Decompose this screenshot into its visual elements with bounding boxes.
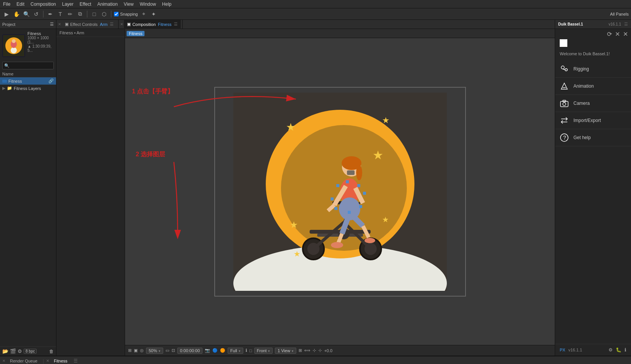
svg-point-63 bbox=[563, 103, 566, 106]
main-layout: Project ☰ Fitness 1000 × 1000 (1... ▲ 1:… bbox=[0, 20, 631, 356]
duik-version: v16.1.1 bbox=[609, 22, 621, 26]
comp-camera-icon[interactable]: 📷 bbox=[205, 348, 210, 353]
tool-propsnap[interactable]: ✦ bbox=[149, 10, 158, 18]
project-bottom-toolbar: 📂 🎬 ⚙ 8 bpc 🗑 bbox=[0, 346, 56, 356]
menu-bar: File Edit Composition Layer Effect Anima… bbox=[0, 0, 631, 8]
menu-layer[interactable]: Layer bbox=[62, 2, 74, 7]
tab-effect-controls[interactable]: ▣ Effect Controls Arm ☰ bbox=[62, 20, 117, 29]
effect-controls-close[interactable]: ✕ bbox=[58, 22, 61, 26]
timeline-menu[interactable]: ☰ bbox=[74, 358, 78, 364]
duik-item-importexport[interactable]: Import/Export bbox=[555, 112, 631, 129]
tool-pen[interactable]: ✒ bbox=[46, 10, 55, 18]
project-settings-icon[interactable]: ⚙ bbox=[18, 348, 22, 354]
comp-grid2-icon[interactable]: ⊹ bbox=[318, 348, 322, 353]
duik-icon-3[interactable]: ✕ bbox=[623, 30, 628, 38]
comp-arrows[interactable]: ⟺ bbox=[304, 348, 310, 353]
duik-menu[interactable]: ☰ bbox=[624, 22, 628, 27]
zoom-dropdown[interactable]: 50% ▾ bbox=[146, 348, 163, 354]
tool-magnet[interactable]: ⌖ bbox=[140, 10, 148, 18]
tab-comp-menu[interactable]: ☰ bbox=[174, 22, 178, 27]
comp-aspect-icon[interactable]: ▭ bbox=[165, 348, 169, 353]
rigging-label: Rigging bbox=[573, 66, 589, 72]
tool-puppet[interactable]: ⬡ bbox=[100, 10, 108, 18]
project-item-fitness-layers[interactable]: ▶ 📁 Fitness Layers bbox=[0, 85, 56, 92]
tool-hand[interactable]: ✋ bbox=[12, 10, 21, 18]
svg-rect-46 bbox=[346, 180, 349, 183]
comp-3d-icon[interactable]: ⊹ bbox=[313, 348, 316, 353]
tool-text[interactable]: T bbox=[56, 10, 64, 18]
svg-point-4 bbox=[12, 39, 16, 43]
duik-icon-1[interactable]: ⟳ bbox=[607, 30, 612, 38]
fitness-tab-close[interactable]: ✕ bbox=[46, 359, 49, 363]
menu-effect[interactable]: Effect bbox=[80, 2, 91, 7]
comp-orange-icon[interactable]: 🟠 bbox=[220, 348, 225, 353]
toolbar: ▶ ✋ 🔍 ↺ ✒ T ✏ ⧉ □ ⬡ Snapping ⌖ ✦ All Pan… bbox=[0, 8, 631, 20]
snapping-toggle[interactable]: Snapping bbox=[114, 12, 138, 16]
menu-edit[interactable]: Edit bbox=[16, 2, 24, 7]
svg-point-56 bbox=[565, 69, 567, 71]
duik-icon-2[interactable]: ✕ bbox=[615, 30, 620, 38]
split-panels: Fitness • Arm Fitness bbox=[56, 29, 555, 356]
tab-composition[interactable]: ▣ Composition Fitness ☰ bbox=[124, 20, 181, 29]
effect-controls-tab-group: ✕ ▣ Effect Controls Arm ☰ bbox=[56, 20, 119, 29]
composition-tab-group: ✕ ▣ Composition Fitness ☰ bbox=[119, 20, 183, 29]
comp-expand-icons[interactable]: ⊞ bbox=[299, 348, 302, 353]
duik-header: Duik Bassel.1 v16.1.1 ☰ bbox=[555, 20, 631, 29]
tool-zoom[interactable]: 🔍 bbox=[22, 10, 31, 18]
tab-ec-menu[interactable]: ☰ bbox=[110, 22, 114, 27]
comp-safe-icon[interactable]: ◎ bbox=[140, 348, 144, 353]
layout-dropdown[interactable]: 1 View ▾ bbox=[275, 348, 296, 354]
menu-view[interactable]: View bbox=[124, 2, 134, 7]
tool-shape-rect[interactable]: □ bbox=[90, 10, 98, 18]
project-panel-menu[interactable]: ☰ bbox=[50, 22, 54, 27]
duik-info-icon[interactable]: ℹ bbox=[625, 347, 626, 353]
tab-fitness-timeline[interactable]: Fitness bbox=[51, 358, 70, 364]
project-new-comp-icon[interactable]: 🎬 bbox=[10, 348, 16, 354]
tool-brush[interactable]: ✏ bbox=[66, 10, 74, 18]
svg-marker-58 bbox=[561, 83, 567, 89]
project-new-folder-icon[interactable]: 📂 bbox=[2, 348, 8, 354]
comp-time: ▲ 1:30:09:39, 5... bbox=[27, 44, 54, 53]
comp-pixel-icon[interactable]: ⊡ bbox=[172, 348, 175, 353]
svg-text:★: ★ bbox=[290, 220, 298, 230]
svg-point-55 bbox=[561, 66, 564, 69]
duik-settings-icon[interactable]: ⚙ bbox=[609, 347, 613, 353]
duik-item-rigging[interactable]: Rigging bbox=[555, 61, 631, 78]
duik-bug-icon[interactable]: 🐛 bbox=[616, 347, 621, 353]
svg-point-2 bbox=[11, 47, 17, 53]
menu-help[interactable]: Help bbox=[162, 2, 172, 7]
render-queue-close[interactable]: ✕ bbox=[2, 359, 5, 363]
comp-tab-close[interactable]: ✕ bbox=[120, 22, 123, 26]
duik-logo: Duik Bassel.1 bbox=[558, 22, 583, 26]
timeline-tab-bar: ✕ Render Queue | ✕ Fitness ☰ bbox=[0, 356, 631, 364]
duik-item-help[interactable]: ? Get help bbox=[555, 129, 631, 146]
tool-rotate[interactable]: ↺ bbox=[32, 10, 40, 18]
comp-snapshot-icon[interactable]: □ bbox=[249, 348, 252, 353]
svg-point-44 bbox=[364, 238, 375, 243]
comp-color-icon[interactable]: 🔵 bbox=[212, 348, 218, 353]
duik-item-camera[interactable]: Camera bbox=[555, 95, 631, 112]
camera-dropdown[interactable]: Front ▾ bbox=[254, 348, 273, 354]
tab-render-queue[interactable]: Render Queue bbox=[7, 358, 40, 364]
comp-preview-icon[interactable]: ▣ bbox=[134, 348, 138, 353]
project-item-fitness[interactable]: Fitness 🔗 bbox=[0, 77, 56, 85]
menu-animation[interactable]: Animation bbox=[97, 2, 117, 7]
project-col-name: Name bbox=[0, 71, 56, 77]
tab-comp-icon: ▣ bbox=[127, 22, 131, 27]
comp-info-icon[interactable]: ℹ bbox=[246, 348, 247, 353]
timecode-display[interactable]: 0:00:00:00 bbox=[177, 348, 202, 354]
tool-clone[interactable]: ⧉ bbox=[76, 10, 84, 18]
menu-file[interactable]: File bbox=[3, 2, 10, 7]
comp-canvas[interactable]: ★ ★ ★ ★ ★ ★ bbox=[125, 38, 555, 345]
menu-composition[interactable]: Composition bbox=[31, 2, 56, 7]
project-delete-icon[interactable]: 🗑 bbox=[49, 349, 54, 354]
quality-dropdown[interactable]: Full ▾ bbox=[228, 348, 243, 354]
svg-text:★: ★ bbox=[382, 215, 389, 224]
tool-select[interactable]: ▶ bbox=[2, 10, 11, 18]
project-search[interactable]: 🔍 bbox=[2, 62, 54, 69]
menu-window[interactable]: Window bbox=[140, 2, 156, 7]
duik-item-animation[interactable]: Animation bbox=[555, 78, 631, 95]
comp-grid-icon[interactable]: ⊞ bbox=[128, 348, 132, 353]
svg-text:★: ★ bbox=[286, 121, 295, 133]
rigging-icon bbox=[560, 64, 569, 74]
